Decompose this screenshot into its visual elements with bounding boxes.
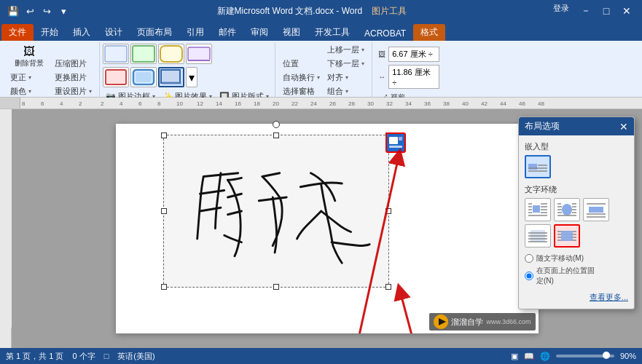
dialog-close-btn[interactable]: ✕ [619,121,628,132]
wrap-square[interactable] [525,198,551,221]
tab-dev[interactable]: 开发工具 [308,24,357,41]
tab-view[interactable]: 视图 [275,24,308,41]
tab-home[interactable]: 开始 [34,24,66,41]
size-width-input[interactable]: 11.86 厘米 ÷ [388,65,439,89]
tab-format[interactable]: 格式 [413,24,445,41]
title-bar-controls: 登录 － □ ✕ [553,3,636,19]
handle-bl[interactable] [161,284,167,290]
tab-review[interactable]: 审阅 [243,24,275,41]
tab-layout[interactable]: 页面布局 [130,24,179,41]
wrap-inline-icon [528,158,548,175]
align-btn[interactable]: 对齐 ▾ [324,71,367,84]
watermark-logo [434,314,448,329]
login-label[interactable]: 登录 [553,3,569,19]
close-btn[interactable]: ✕ [617,3,636,19]
style-1[interactable] [103,44,129,64]
dialog-title: 布局选项 [525,120,560,132]
quick-access: 💾 ↩ ↪ ▾ [6,4,71,18]
radio-fixed-pos[interactable]: 在页面上的位置固定(N) [525,266,628,286]
view-normal-icon[interactable]: ▣ [511,352,518,361]
handle-ml[interactable] [161,208,167,214]
style-5[interactable] [103,67,129,87]
svg-text:4: 4 [60,100,63,107]
handle-br[interactable] [385,284,391,290]
zoom-thumb[interactable] [603,352,610,359]
select-pane-btn[interactable]: 选择窗格 [280,85,323,98]
svg-text:4: 4 [120,100,123,107]
group-adjust: 🖼 删除背景 更正 ▾ 颜色 ▾ 艺术效果 ▾ 压缩图片 更换图片 重设图片 ▾… [3,42,100,97]
dialog-radio-group: 随文字移动(M) 在页面上的位置固定(N) [525,253,628,286]
handle-tc[interactable] [273,132,279,138]
maximize-btn[interactable]: □ [597,3,616,19]
svg-text:8: 8 [157,100,161,107]
radio-fixed-label: 在页面上的位置固定(N) [536,266,595,286]
layout-options-trigger-btn[interactable] [385,132,406,153]
view-read-icon[interactable]: 📖 [524,352,534,361]
zoom-slider[interactable] [556,355,614,357]
selected-image-box[interactable] [163,135,389,288]
redo-qa-btn[interactable]: ↪ [39,4,54,18]
track-indicator: □ [104,352,109,360]
style-6[interactable] [130,67,157,87]
tab-acrobat[interactable]: ACROBAT [357,26,413,41]
wrap-topbottom[interactable] [583,198,609,221]
tab-mailings[interactable]: 邮件 [211,24,243,41]
play-icon [434,314,448,329]
wrap-inline[interactable] [525,155,551,178]
wrap-behind[interactable] [525,224,551,248]
style-4[interactable] [186,44,212,64]
remove-background-btn[interactable]: 🖼 删除背景 [7,44,50,70]
tab-references[interactable]: 引用 [179,24,211,41]
title-bar-title: 新建Microsoft Word 文档.docx - Word 图片工具 [71,5,553,17]
group-btn[interactable]: 组合 ▾ [324,85,367,98]
word-count: 0 个字 [72,351,95,362]
svg-text:28: 28 [348,100,355,107]
handle-bc[interactable] [273,284,279,290]
style-2[interactable] [130,44,157,64]
style-7-selected[interactable] [158,67,184,87]
group-arrange: 位置 自动换行 ▾ 选择窗格 上移一层 ▾ 下移一层 ▾ 对齐 ▾ 组合 ▾ 旋… [275,42,372,97]
size-height-input[interactable]: 6.67 厘米 ÷ [388,47,439,62]
svg-text:6: 6 [41,100,44,107]
textwrap-section-label: 文字环绕 [525,184,628,195]
senddown-btn[interactable]: 下移一层 ▾ [324,58,367,70]
minimize-btn[interactable]: － [576,3,595,19]
reset-img-btn[interactable]: 重设图片 ▾ [52,85,95,98]
save-qa-btn[interactable]: 💾 [6,4,20,18]
svg-rect-0 [105,46,127,62]
dialog-more-link[interactable]: 查看更多... [525,292,628,303]
layout-icon [388,136,403,149]
style-more[interactable]: ▾ [186,67,197,87]
tab-file[interactable]: 文件 [1,24,34,41]
view-web-icon[interactable]: 🌐 [540,352,550,361]
position-btn[interactable]: 位置 [280,58,323,70]
tab-design[interactable]: 设计 [98,24,130,41]
ruler-h-ticks: 8642 2468 10121416 18202224 26283032 343… [20,98,642,108]
svg-rect-5 [106,70,126,84]
wrap-infront[interactable] [554,224,580,248]
handle-rotate[interactable] [273,121,280,128]
textwrap-options [525,198,628,248]
style-3[interactable] [158,44,184,64]
wrap-tight[interactable] [554,198,580,221]
radio-fixed-input[interactable] [525,272,533,280]
handle-mr[interactable] [385,208,391,214]
color-btn[interactable]: 颜色 ▾ [7,85,50,98]
svg-rect-40 [389,137,398,144]
inline-options [525,155,628,178]
change-img-btn[interactable]: 更换图片 [52,71,95,84]
customize-qa-btn[interactable]: ▾ [56,4,71,18]
ruler-corner[interactable] [0,98,20,109]
radio-move-input[interactable] [525,254,533,263]
undo-qa-btn[interactable]: ↩ [23,4,37,18]
handle-tl[interactable] [161,132,167,138]
bringup-btn[interactable]: 上移一层 ▾ [324,44,367,56]
correction-btn[interactable]: 更正 ▾ [7,71,50,84]
language: 英语(美国) [117,351,154,362]
tab-insert[interactable]: 插入 [66,24,98,41]
radio-move-with-text[interactable]: 随文字移动(M) [525,253,628,264]
autowrap-btn[interactable]: 自动换行 ▾ [280,71,323,84]
compress-btn[interactable]: 压缩图片 [52,58,95,70]
svg-text:40: 40 [462,100,469,107]
status-bar: 第 1 页，共 1 页 0 个字 □ 英语(美国) ▣ 📖 🌐 90% [0,348,642,364]
